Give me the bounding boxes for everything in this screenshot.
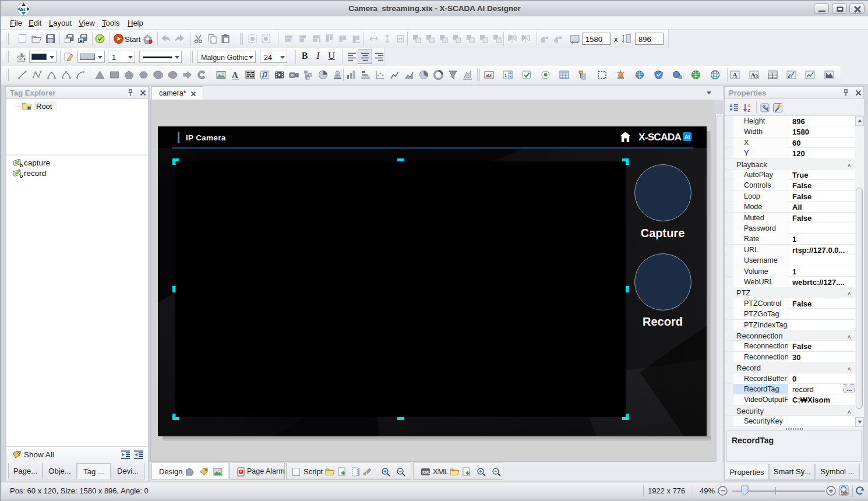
svg-text:D: D: [20, 164, 23, 168]
svg-text:abl: abl: [486, 73, 492, 78]
svg-text:D: D: [20, 174, 23, 178]
svg-text:Z: Z: [747, 108, 750, 112]
svg-text:1: 1: [504, 73, 507, 78]
svg-text:100: 100: [841, 492, 848, 495]
svg-text:A: A: [232, 70, 238, 80]
svg-text:A: A: [732, 71, 738, 79]
svg-text:A: A: [79, 38, 83, 44]
svg-text:XML: XML: [422, 470, 431, 474]
